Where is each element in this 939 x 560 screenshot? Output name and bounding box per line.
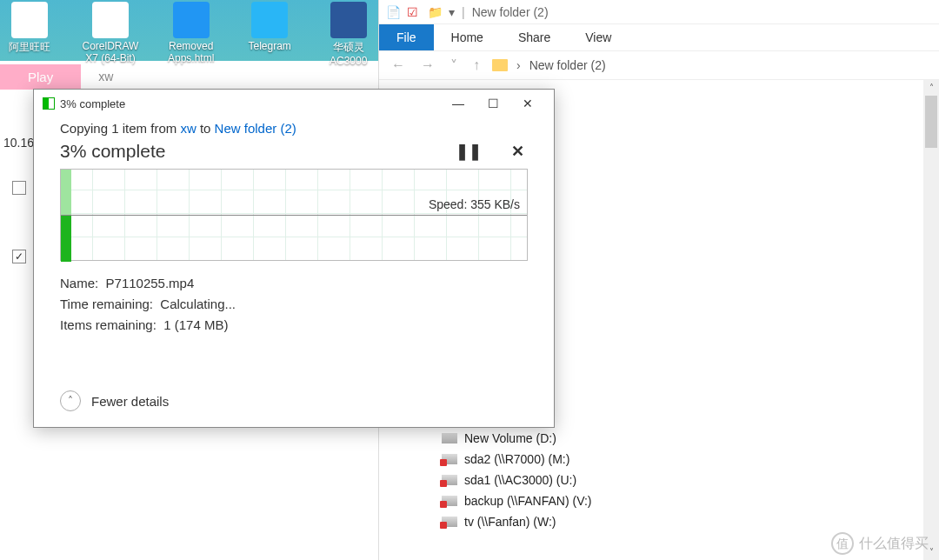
watermark: 值 什么值得买	[831, 532, 929, 555]
ribbon: File Home Share View	[379, 24, 939, 50]
speed-graph: Speed: 355 KB/s	[60, 169, 528, 261]
desktop-shortcut[interactable]: Telegram	[243, 2, 296, 59]
tab-play[interactable]: Play	[0, 64, 81, 90]
ribbon-tab-file[interactable]: File	[379, 24, 434, 50]
desktop-shortcut[interactable]: 阿里旺旺	[3, 2, 57, 59]
copy-source-link[interactable]: xw	[180, 121, 196, 136]
drive-item[interactable]: tv (\\Fanfan) (W:)	[442, 511, 592, 532]
scrollbar-vertical[interactable]: ˄ ˅	[923, 80, 939, 560]
copy-progress-dialog: 3% complete — ☐ ✕ Copying 1 item from xw…	[33, 89, 555, 428]
network-drive-icon	[442, 454, 457, 464]
desktop-shortcut-label: 华硕灵 AC3000	[330, 41, 367, 67]
drive-item[interactable]: backup (\\FANFAN) (V:)	[442, 490, 592, 511]
drive-list: New Volume (D:) sda2 (\\R7000) (M:) sda1…	[442, 428, 592, 532]
network-drive-icon	[442, 496, 457, 506]
speed-label: Speed: 355 KB/s	[429, 197, 520, 211]
desktop-shortcut[interactable]: Removed Apps.html	[164, 2, 217, 59]
quick-access-new-icon[interactable]: 📄	[386, 5, 400, 19]
word-icon	[330, 2, 367, 38]
copy-meta: Name: P7110255.mp4 Time remaining: Calcu…	[60, 273, 528, 336]
drive-label: sda2 (\\R7000) (M:)	[464, 452, 569, 466]
desktop-shortcut-label: 阿里旺旺	[9, 41, 50, 53]
checkbox[interactable]	[12, 181, 26, 195]
dialog-title-text: 3% complete	[60, 97, 125, 110]
meta-time-label: Time remaining:	[60, 297, 153, 311]
quick-access-check-icon[interactable]: ☑	[407, 5, 421, 19]
dialog-titlebar[interactable]: 3% complete — ☐ ✕	[34, 90, 554, 117]
pause-button[interactable]: ❚❚	[456, 142, 482, 161]
nav-recent-icon[interactable]: ˅	[447, 57, 461, 74]
drive-label: sda1 (\\AC3000) (U:)	[464, 473, 576, 487]
drive-label: New Volume (D:)	[464, 431, 556, 445]
watermark-text: 什么值得买	[859, 535, 929, 553]
meta-name-label: Name:	[60, 276, 98, 290]
desktop-shortcut[interactable]: 华硕灵 AC3000	[322, 2, 375, 59]
copy-progress-icon	[43, 97, 55, 110]
cancel-button[interactable]: ✕	[511, 142, 524, 161]
desktop-background: 阿里旺旺 CorelDRAW X7 (64-Bit) Removed Apps.…	[0, 0, 378, 61]
nav-forward-icon[interactable]: →	[417, 57, 438, 73]
scroll-up-icon[interactable]: ˄	[923, 80, 939, 96]
network-drive-icon	[442, 517, 457, 527]
tab-xw[interactable]: xw	[81, 64, 130, 89]
html-file-icon	[173, 2, 210, 38]
drive-label: tv (\\Fanfan) (W:)	[464, 515, 556, 529]
maximize-button[interactable]: ☐	[476, 97, 510, 110]
graph-lower-bar	[61, 216, 71, 262]
nav-up-icon[interactable]: ↑	[470, 57, 483, 73]
breadcrumb-separator-icon: ›	[516, 58, 521, 72]
copy-heading: 3% complete	[60, 141, 165, 162]
coreldraw-icon	[92, 2, 129, 38]
explorer-nav-row: ← → ˅ ↑ › New folder (2)	[379, 50, 939, 80]
close-button[interactable]: ✕	[510, 97, 545, 110]
explorer-titlebar: 📄 ☑ 📁 ▾ | New folder (2)	[379, 0, 939, 24]
copy-prefix: Copying 1 item from	[60, 121, 180, 136]
graph-upper-bar	[61, 170, 71, 216]
ribbon-tab-view[interactable]: View	[568, 24, 629, 50]
graph-midline	[61, 215, 527, 216]
copy-context-line: Copying 1 item from xw to New folder (2)	[60, 121, 528, 136]
watermark-icon: 值	[831, 532, 854, 555]
desktop-shortcut-label: Removed Apps.html	[168, 40, 214, 64]
fewer-details-label: Fewer details	[91, 394, 169, 409]
desktop-shortcut[interactable]: CorelDRAW X7 (64-Bit)	[83, 2, 139, 59]
meta-name-value: P7110255.mp4	[106, 276, 195, 290]
quick-access-overflow-icon[interactable]: ▾	[449, 5, 455, 19]
telegram-icon	[251, 2, 288, 38]
chevron-up-icon: ˄	[60, 390, 81, 411]
minimize-button[interactable]: —	[441, 97, 476, 110]
meta-items-label: Items remaining:	[60, 317, 156, 332]
folder-icon	[492, 59, 508, 71]
nav-back-icon[interactable]: ←	[388, 57, 409, 73]
drive-icon	[442, 433, 457, 443]
ribbon-tab-home[interactable]: Home	[434, 24, 501, 50]
meta-items-value: 1 (174 MB)	[163, 317, 228, 332]
desktop-shortcut-label: Telegram	[249, 40, 291, 52]
copy-dest-link[interactable]: New folder (2)	[215, 121, 296, 136]
drive-item[interactable]: sda1 (\\AC3000) (U:)	[442, 470, 592, 490]
drive-item[interactable]: sda2 (\\R7000) (M:)	[442, 449, 592, 470]
drive-item[interactable]: New Volume (D:)	[442, 428, 592, 449]
app-tabs: Play xw	[0, 61, 130, 92]
scroll-thumb[interactable]	[925, 96, 937, 148]
breadcrumb-current[interactable]: New folder (2)	[529, 58, 606, 72]
folder-icon: 📁	[428, 5, 442, 19]
explorer-title: New folder (2)	[472, 5, 549, 19]
checkbox[interactable]	[12, 250, 26, 263]
network-drive-icon	[442, 475, 457, 485]
separator: |	[462, 5, 465, 19]
copy-to-text: to	[196, 121, 215, 136]
wangwang-icon	[11, 2, 48, 38]
drive-label: backup (\\FANFAN) (V:)	[464, 494, 592, 508]
ribbon-tab-share[interactable]: Share	[501, 24, 568, 50]
meta-time-value: Calculating...	[160, 297, 236, 311]
fewer-details-toggle[interactable]: ˄ Fewer details	[60, 390, 169, 411]
